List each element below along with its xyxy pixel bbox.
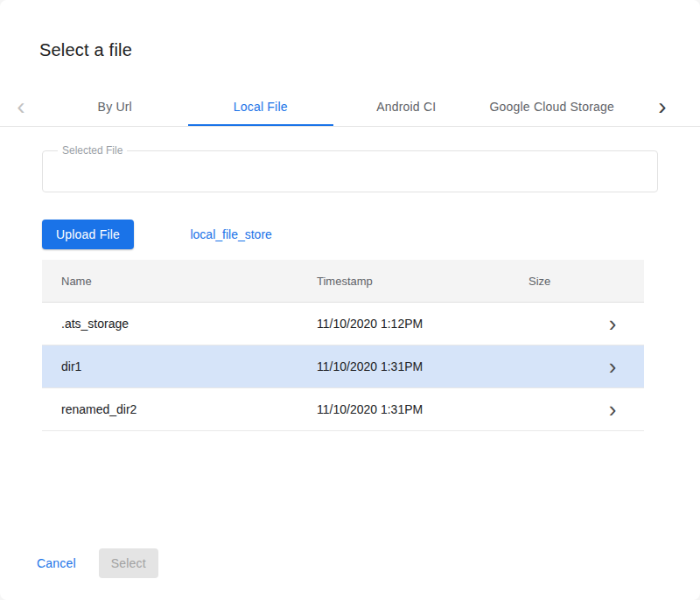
table-header-row: Name Timestamp Size (42, 260, 644, 303)
file-name: dir1 (42, 359, 317, 373)
file-timestamp: 11/10/2020 1:31PM (317, 359, 528, 373)
select-button[interactable]: Select (99, 548, 158, 578)
tab-label: By Url (98, 100, 132, 114)
chevron-right-icon: › (658, 94, 666, 119)
select-file-dialog: Select a file ‹ By Url Local File Androi… (0, 0, 700, 600)
cancel-button[interactable]: Cancel (37, 549, 76, 577)
tab-label: Local File (234, 100, 288, 114)
active-tab-indicator (188, 124, 334, 126)
tab-google-cloud-storage[interactable]: Google Cloud Storage (480, 87, 626, 126)
tab-bar: ‹ By Url Local File Android CI Google Cl… (0, 87, 700, 127)
tab-label: Google Cloud Storage (489, 100, 614, 114)
local-file-store-link[interactable]: local_file_store (190, 227, 271, 241)
file-timestamp: 11/10/2020 1:12PM (317, 317, 528, 331)
file-table: Name Timestamp Size .ats_storage 11/10/2… (42, 260, 644, 431)
tab-list: By Url Local File Android CI Google Clou… (42, 87, 625, 126)
dialog-actions: Cancel Select (37, 548, 158, 578)
chevron-right-icon: › (609, 355, 617, 378)
table-row[interactable]: .ats_storage 11/10/2020 1:12PM › (42, 303, 644, 345)
file-timestamp: 11/10/2020 1:31PM (317, 402, 528, 416)
selected-file-input[interactable] (43, 151, 657, 192)
row-action-cell: › (581, 398, 644, 421)
tab-local-file[interactable]: Local File (188, 87, 334, 126)
column-header-name: Name (42, 275, 317, 288)
file-name: .ats_storage (42, 317, 317, 331)
selected-file-field: Selected File (42, 150, 658, 192)
chevron-left-icon: ‹ (17, 94, 24, 119)
tab-android-ci[interactable]: Android CI (333, 87, 480, 126)
table-row[interactable]: dir1 11/10/2020 1:31PM › (42, 345, 644, 388)
tab-by-url[interactable]: By Url (42, 87, 188, 126)
column-header-timestamp: Timestamp (317, 275, 528, 288)
chevron-right-icon: › (609, 398, 617, 421)
dialog-title: Select a file (39, 40, 700, 60)
upload-file-button[interactable]: Upload File (42, 220, 134, 249)
selected-file-label: Selected File (58, 144, 127, 157)
column-header-size: Size (528, 275, 581, 288)
file-name: renamed_dir2 (42, 402, 317, 416)
tab-label: Android CI (376, 100, 436, 114)
chevron-right-icon: › (609, 312, 617, 335)
tab-scroll-left-button[interactable]: ‹ (0, 87, 42, 126)
tab-scroll-right-button[interactable]: › (625, 87, 700, 126)
row-action-cell: › (581, 355, 644, 378)
row-action-cell: › (581, 312, 644, 335)
table-row[interactable]: renamed_dir2 11/10/2020 1:31PM › (42, 388, 644, 431)
